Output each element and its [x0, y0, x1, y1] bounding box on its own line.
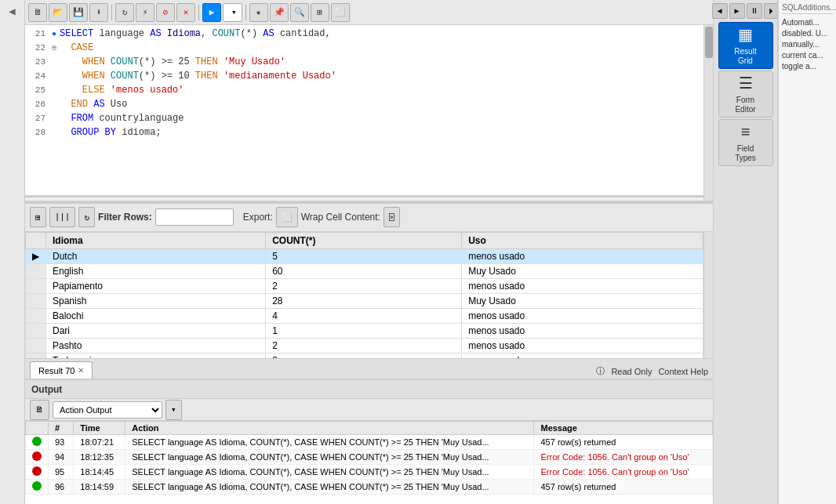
pin-btn[interactable]: 📌: [270, 3, 289, 22]
cell-idioma: Turkmenian: [46, 353, 266, 358]
nav-pause-btn[interactable]: ⏸: [747, 3, 762, 19]
row-indicator: [26, 323, 46, 338]
nav-back-btn[interactable]: ◀: [712, 3, 728, 19]
sep1: [111, 5, 112, 20]
tab-close-icon[interactable]: ✕: [78, 366, 84, 375]
row-indicator: [26, 263, 46, 278]
result-grid-panel-btn[interactable]: ▦ ResultGrid: [718, 22, 773, 69]
out-cell-action: SELECT language AS Idioma, COUNT(*), CAS…: [125, 465, 534, 480]
out-cell-num: 95: [49, 465, 74, 480]
status-row: ⓘ Read Only Context Help: [596, 365, 708, 379]
cell-uso: Muy Usado: [462, 293, 703, 308]
table-row[interactable]: Turkmenian3menos usado: [26, 353, 703, 358]
out-cell-action: SELECT language AS Idioma, COUNT(*), CAS…: [125, 450, 534, 465]
line-num-22: 22: [28, 43, 52, 53]
output-table-container[interactable]: # Time Action Message 9318:07:21SELECT l…: [25, 421, 713, 504]
readonly-label: Read Only: [611, 367, 652, 376]
code-line-24: 24 WHEN COUNT(*) >= 10 THEN 'medianament…: [25, 71, 703, 85]
cell-count: 1: [266, 323, 462, 338]
line-num-23: 23: [28, 57, 52, 67]
field-types-panel-btn[interactable]: ≡ FieldTypes: [718, 119, 773, 166]
result-grid-panel-label: ResultGrid: [734, 47, 756, 66]
cell-count: 2: [266, 278, 462, 293]
out-col-time: Time: [74, 422, 125, 435]
result-toolbar: ⊞ ||| ↻ Filter Rows: Export: ⬜ Wrap Cell…: [25, 204, 713, 232]
output-header: Output: [25, 380, 713, 399]
result-table-container[interactable]: Idioma COUNT(*) Uso ▶Dutch5menos usadoEn…: [25, 232, 703, 359]
line-num-21: 21: [28, 29, 52, 38]
out-col-action: Action: [125, 422, 534, 435]
table-row[interactable]: ▶Dutch5menos usado: [26, 248, 703, 263]
output-row[interactable]: 9418:12:35SELECT language AS Idioma, COU…: [26, 450, 713, 465]
line-num-24: 24: [28, 71, 52, 81]
output-chevron-icon: ▾: [171, 404, 176, 415]
result-vscrollbar[interactable]: [703, 232, 713, 359]
out-cell-time: 18:14:59: [74, 480, 125, 495]
column-view-btn[interactable]: |||: [49, 207, 76, 227]
table-row[interactable]: Dari1menos usado: [26, 323, 703, 338]
line-num-27: 27: [28, 114, 52, 123]
form-editor-icon: ☰: [739, 74, 753, 92]
output-row[interactable]: 9318:07:21SELECT language AS Idioma, COU…: [26, 435, 713, 450]
result-tab-70[interactable]: Result 70 ✕: [30, 361, 93, 379]
refresh-btn[interactable]: ↻: [115, 3, 134, 22]
error-icon: [32, 466, 42, 476]
cell-idioma: English: [46, 263, 266, 278]
action-output-select[interactable]: Action Output: [53, 401, 162, 419]
nav-forward-btn[interactable]: ▶: [729, 3, 745, 19]
star-btn[interactable]: ★: [249, 3, 268, 22]
editor-vscrollbar[interactable]: [703, 25, 713, 201]
limit-dropdown[interactable]: ▾: [223, 3, 242, 22]
cell-uso: menos usado: [462, 278, 703, 293]
execute-btn[interactable]: ▶: [202, 3, 221, 22]
search-btn[interactable]: 🔍: [290, 3, 309, 22]
export-btn-result[interactable]: ⬜: [276, 207, 298, 227]
result-grid-view-btn[interactable]: ⊞: [30, 207, 46, 227]
code-line-27: 27 FROM countrylanguage: [25, 113, 703, 127]
code-line-25: 25 ELSE 'menos usado': [25, 85, 703, 99]
table-btn[interactable]: ⊞: [311, 3, 329, 22]
wrap-icon-btn[interactable]: ⌻: [383, 207, 400, 227]
new-file-btn[interactable]: 🗎: [28, 3, 47, 22]
cell-idioma: Papiamento: [46, 278, 266, 293]
out-cell-action: SELECT language AS Idioma, COUNT(*), CAS…: [125, 480, 534, 495]
refresh-icon: ↻: [84, 212, 89, 223]
open-btn[interactable]: 📂: [49, 3, 67, 22]
table-row[interactable]: Pashto2menos usado: [26, 338, 703, 353]
cell-uso: menos usado: [462, 248, 703, 263]
sql-additions-panel: SQLAdditions... Automati... disabled. U.…: [777, 0, 836, 504]
form-editor-panel-btn[interactable]: ☰ FormEditor: [718, 71, 773, 118]
stop-btn[interactable]: ⊘: [156, 3, 175, 22]
export-btn[interactable]: ⬜: [331, 3, 350, 22]
line-content-24: WHEN COUNT(*) >= 10 THEN 'medianamente U…: [60, 71, 700, 82]
code-line-26: 26 END AS Uso: [25, 99, 703, 113]
lightning-btn[interactable]: ⚡: [136, 3, 154, 22]
sql-editor-area: 21 ● SELECT language AS Idioma, COUNT(*)…: [25, 25, 713, 201]
right-panel-nav: ◀ ▶ ⏸ ⏵: [712, 3, 780, 19]
out-cell-status: [26, 465, 49, 480]
code-line-21: 21 ● SELECT language AS Idioma, COUNT(*)…: [25, 28, 703, 42]
output-icon-btn[interactable]: 🗎: [30, 400, 49, 420]
field-types-panel-label: FieldTypes: [735, 144, 756, 163]
sidebar-collapse-btn[interactable]: ◀: [7, 3, 16, 20]
out-cell-num: 93: [49, 435, 74, 450]
table-row[interactable]: Papiamento2menos usado: [26, 278, 703, 293]
sql-editor[interactable]: 21 ● SELECT language AS Idioma, COUNT(*)…: [25, 25, 703, 198]
line-num-25: 25: [28, 85, 52, 95]
filter-input[interactable]: [155, 208, 234, 226]
output-dropdown-btn[interactable]: ▾: [165, 400, 182, 420]
table-row[interactable]: Balochi4menos usado: [26, 308, 703, 323]
output-row[interactable]: 9618:14:59SELECT language AS Idioma, COU…: [26, 480, 713, 495]
table-row[interactable]: English60Muy Usado: [26, 263, 703, 278]
table-row[interactable]: Spanish28Muy Usado: [26, 293, 703, 308]
scroll-thumb: [705, 27, 713, 58]
output-row[interactable]: 9518:14:45SELECT language AS Idioma, COU…: [26, 465, 713, 480]
save-all-btn[interactable]: ⬇: [89, 3, 108, 22]
refresh-result-btn[interactable]: ↻: [78, 207, 95, 227]
save-btn[interactable]: 💾: [69, 3, 88, 22]
close-btn[interactable]: ✕: [176, 3, 195, 22]
wrap-label: Wrap Cell Content:: [301, 212, 380, 223]
output-table: # Time Action Message 9318:07:21SELECT l…: [25, 421, 713, 495]
left-sidebar: ◀: [0, 0, 25, 504]
out-cell-status: [26, 435, 49, 450]
